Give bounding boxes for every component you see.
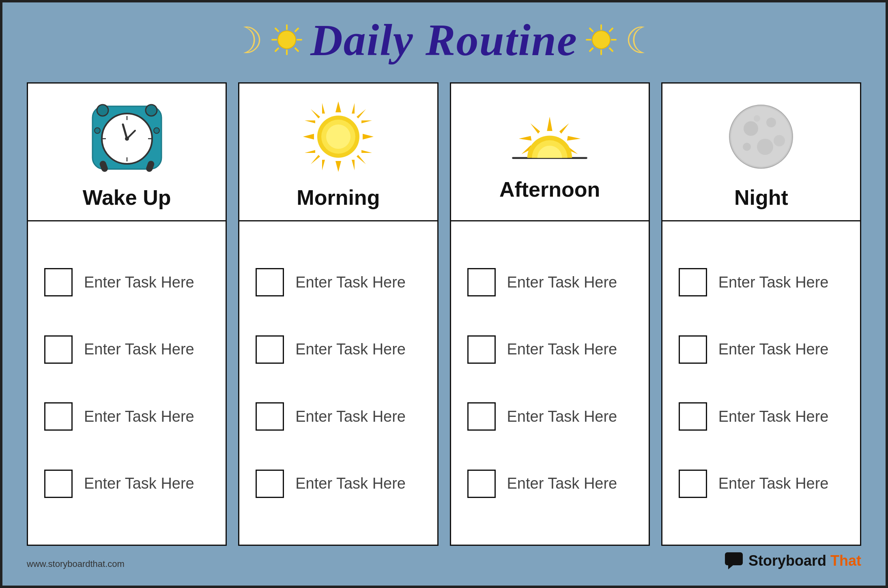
task-label[interactable]: Enter Task Here bbox=[84, 341, 194, 358]
svg-line-15 bbox=[610, 48, 613, 51]
svg-point-69 bbox=[743, 143, 751, 151]
svg-marker-38 bbox=[357, 155, 366, 164]
morning-label: Morning bbox=[297, 185, 380, 210]
morning-tasks: Enter Task Here Enter Task Here Enter Ta… bbox=[239, 221, 437, 545]
svg-marker-44 bbox=[305, 150, 315, 153]
task-label[interactable]: Enter Task Here bbox=[718, 341, 829, 358]
task-item: Enter Task Here bbox=[44, 335, 209, 364]
task-label[interactable]: Enter Task Here bbox=[507, 341, 617, 358]
svg-marker-40 bbox=[311, 155, 320, 164]
task-checkbox[interactable] bbox=[44, 402, 73, 431]
task-label[interactable]: Enter Task Here bbox=[718, 274, 829, 291]
task-label[interactable]: Enter Task Here bbox=[295, 475, 406, 492]
task-item: Enter Task Here bbox=[679, 402, 844, 431]
column-night: Night Enter Task Here Enter Task Here En… bbox=[661, 82, 861, 546]
column-morning: Morning Enter Task Here Enter Task Here … bbox=[238, 82, 438, 546]
svg-marker-36 bbox=[363, 134, 374, 139]
task-label[interactable]: Enter Task Here bbox=[507, 408, 617, 425]
task-checkbox[interactable] bbox=[256, 268, 284, 296]
morning-icon bbox=[298, 96, 379, 177]
wake-up-tasks: Enter Task Here Enter Task Here Enter Ta… bbox=[28, 221, 226, 545]
svg-point-66 bbox=[744, 121, 758, 136]
task-checkbox[interactable] bbox=[679, 402, 707, 431]
column-wake-up: Wake Up Enter Task Here Enter Task Here … bbox=[27, 82, 227, 546]
task-label[interactable]: Enter Task Here bbox=[507, 274, 617, 291]
task-label[interactable]: Enter Task Here bbox=[84, 408, 194, 425]
task-checkbox[interactable] bbox=[679, 470, 707, 498]
svg-marker-35 bbox=[303, 134, 314, 139]
brand-storyboard: Storyboard bbox=[748, 552, 826, 569]
footer: www.storyboardthat.com StoryboardThat bbox=[27, 552, 861, 569]
svg-marker-48 bbox=[352, 160, 355, 170]
task-label[interactable]: Enter Task Here bbox=[295, 341, 406, 358]
wake-up-icon bbox=[86, 96, 168, 177]
svg-marker-43 bbox=[305, 120, 315, 123]
footer-url: www.storyboardthat.com bbox=[27, 559, 125, 569]
task-label[interactable]: Enter Task Here bbox=[84, 274, 194, 291]
svg-point-67 bbox=[766, 118, 776, 127]
svg-point-68 bbox=[757, 139, 773, 155]
header: ☽ Daily Routine bbox=[27, 15, 861, 66]
column-afternoon-header: Afternoon bbox=[451, 84, 649, 221]
right-moon-icon: ☽ bbox=[625, 19, 658, 62]
svg-point-31 bbox=[95, 128, 100, 133]
svg-line-16 bbox=[610, 28, 613, 31]
brand-that: That bbox=[830, 552, 861, 569]
svg-marker-41 bbox=[322, 103, 325, 114]
task-item: Enter Task Here bbox=[679, 268, 844, 296]
svg-marker-34 bbox=[335, 161, 341, 172]
task-item: Enter Task Here bbox=[679, 335, 844, 364]
task-item: Enter Task Here bbox=[256, 402, 421, 431]
task-checkbox[interactable] bbox=[467, 335, 496, 364]
task-label[interactable]: Enter Task Here bbox=[84, 475, 194, 492]
task-item: Enter Task Here bbox=[467, 470, 632, 498]
task-label[interactable]: Enter Task Here bbox=[295, 408, 406, 425]
task-checkbox[interactable] bbox=[44, 268, 73, 296]
svg-marker-37 bbox=[311, 109, 320, 118]
svg-marker-54 bbox=[547, 117, 552, 131]
svg-marker-33 bbox=[335, 101, 341, 112]
task-checkbox[interactable] bbox=[467, 470, 496, 498]
night-label: Night bbox=[734, 185, 788, 210]
task-item: Enter Task Here bbox=[44, 268, 209, 296]
task-label[interactable]: Enter Task Here bbox=[295, 274, 406, 291]
afternoon-icon bbox=[509, 104, 590, 169]
page-title: Daily Routine bbox=[310, 15, 578, 66]
task-checkbox[interactable] bbox=[256, 335, 284, 364]
svg-marker-56 bbox=[559, 123, 569, 134]
svg-marker-58 bbox=[567, 136, 581, 140]
svg-marker-73 bbox=[728, 565, 733, 569]
columns-container: Wake Up Enter Task Here Enter Task Here … bbox=[27, 82, 861, 546]
svg-point-32 bbox=[154, 128, 159, 133]
task-item: Enter Task Here bbox=[256, 268, 421, 296]
task-checkbox[interactable] bbox=[679, 268, 707, 296]
night-icon bbox=[720, 96, 802, 177]
task-checkbox[interactable] bbox=[467, 268, 496, 296]
task-label[interactable]: Enter Task Here bbox=[507, 475, 617, 492]
task-label[interactable]: Enter Task Here bbox=[718, 408, 829, 425]
task-item: Enter Task Here bbox=[256, 335, 421, 364]
task-checkbox[interactable] bbox=[44, 335, 73, 364]
column-night-header: Night bbox=[662, 84, 860, 221]
task-checkbox[interactable] bbox=[256, 402, 284, 431]
svg-rect-72 bbox=[725, 552, 743, 565]
svg-point-9 bbox=[592, 31, 610, 49]
footer-brand: StoryboardThat bbox=[725, 552, 861, 569]
task-item: Enter Task Here bbox=[44, 402, 209, 431]
svg-marker-55 bbox=[531, 123, 540, 134]
page-wrapper: ☽ Daily Routine bbox=[2, 2, 886, 586]
svg-marker-39 bbox=[357, 109, 366, 118]
svg-point-51 bbox=[326, 124, 350, 149]
right-sun-icon bbox=[585, 24, 617, 58]
svg-point-71 bbox=[754, 115, 760, 122]
task-checkbox[interactable] bbox=[467, 402, 496, 431]
task-item: Enter Task Here bbox=[256, 470, 421, 498]
task-label[interactable]: Enter Task Here bbox=[718, 475, 829, 492]
svg-point-0 bbox=[278, 31, 296, 49]
task-checkbox[interactable] bbox=[256, 470, 284, 498]
task-checkbox[interactable] bbox=[44, 470, 73, 498]
column-afternoon: Afternoon Enter Task Here Enter Task Her… bbox=[450, 82, 650, 546]
svg-marker-46 bbox=[361, 150, 372, 153]
task-checkbox[interactable] bbox=[679, 335, 707, 364]
svg-line-14 bbox=[590, 28, 593, 31]
